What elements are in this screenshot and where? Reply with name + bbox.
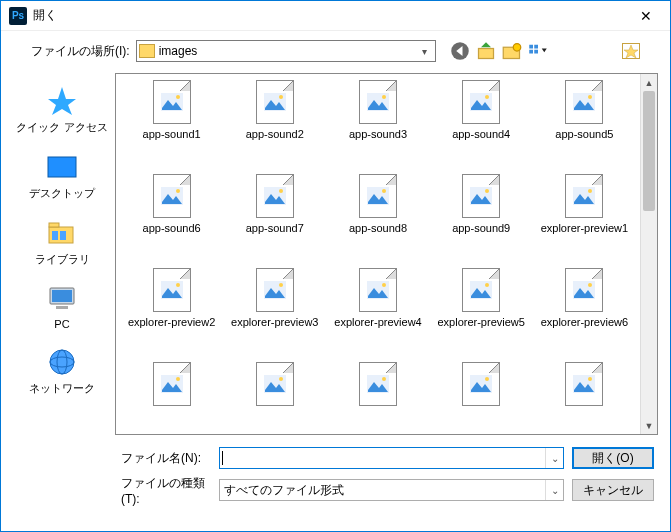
desktop-icon <box>46 151 78 183</box>
sidebar-network[interactable]: ネットワーク <box>9 340 115 406</box>
up-icon[interactable] <box>476 41 496 61</box>
file-item[interactable]: explorer-preview1 <box>534 172 634 266</box>
svg-rect-12 <box>60 231 66 240</box>
places-sidebar: クイック アクセス デスクトップ ライブラリ PC ネットワーク <box>9 73 115 435</box>
open-button[interactable]: 開く(O) <box>572 447 654 469</box>
image-file-icon <box>153 174 191 218</box>
scrollbar[interactable]: ▲ ▼ <box>640 74 657 434</box>
file-item[interactable]: app-sound4 <box>431 78 531 172</box>
file-label: app-sound3 <box>328 128 428 140</box>
file-item[interactable] <box>431 360 531 434</box>
file-item[interactable] <box>225 360 325 434</box>
svg-rect-10 <box>49 223 59 227</box>
svg-point-57 <box>382 283 386 287</box>
sidebar-desktop[interactable]: デスクトップ <box>9 145 115 211</box>
file-item[interactable]: explorer-preview6 <box>534 266 634 360</box>
image-file-icon <box>565 268 603 312</box>
image-file-icon <box>462 362 500 406</box>
svg-point-30 <box>485 95 489 99</box>
image-file-icon <box>153 268 191 312</box>
location-combo[interactable]: images ▾ <box>136 40 436 62</box>
image-file-icon <box>359 174 397 218</box>
svg-point-21 <box>176 95 180 99</box>
svg-point-27 <box>382 95 386 99</box>
file-label: app-sound4 <box>431 128 531 140</box>
file-item[interactable] <box>534 360 634 434</box>
location-label: ファイルの場所(I): <box>31 43 130 60</box>
chevron-down-icon[interactable]: ⌄ <box>545 480 563 500</box>
network-icon <box>46 346 78 378</box>
file-item[interactable]: app-sound6 <box>122 172 222 266</box>
file-label: explorer-preview1 <box>534 222 634 234</box>
view-menu-icon[interactable] <box>528 41 548 61</box>
scroll-down-icon[interactable]: ▼ <box>641 417 657 434</box>
file-item[interactable]: app-sound9 <box>431 172 531 266</box>
svg-rect-1 <box>478 49 493 59</box>
file-label: app-sound6 <box>122 222 222 234</box>
close-button[interactable]: ✕ <box>624 1 668 31</box>
new-folder-icon[interactable] <box>502 41 522 61</box>
image-file-icon <box>256 362 294 406</box>
file-label: app-sound8 <box>328 222 428 234</box>
svg-point-48 <box>588 189 592 193</box>
file-label: app-sound9 <box>431 222 531 234</box>
location-value: images <box>159 44 417 58</box>
file-item[interactable]: explorer-preview4 <box>328 266 428 360</box>
file-label: app-sound2 <box>225 128 325 140</box>
svg-rect-6 <box>529 50 533 54</box>
scroll-track[interactable] <box>641 91 657 417</box>
file-item[interactable]: app-sound5 <box>534 78 634 172</box>
file-label: explorer-preview2 <box>122 316 222 328</box>
image-file-icon <box>359 268 397 312</box>
file-label: explorer-preview6 <box>534 316 634 328</box>
svg-point-3 <box>513 44 521 52</box>
file-item[interactable]: explorer-preview5 <box>431 266 531 360</box>
image-file-icon <box>256 80 294 124</box>
file-list[interactable]: app-sound1app-sound2app-sound3app-sound4… <box>116 74 640 434</box>
image-file-icon <box>462 268 500 312</box>
svg-point-60 <box>485 283 489 287</box>
file-item[interactable]: explorer-preview2 <box>122 266 222 360</box>
filetype-combo[interactable]: すべてのファイル形式 ⌄ <box>219 479 564 501</box>
cancel-button[interactable]: キャンセル <box>572 479 654 501</box>
svg-rect-5 <box>534 45 538 49</box>
extra-icon[interactable] <box>622 43 640 59</box>
back-icon[interactable] <box>450 41 470 61</box>
svg-point-36 <box>176 189 180 193</box>
file-item[interactable]: app-sound2 <box>225 78 325 172</box>
file-item[interactable]: app-sound8 <box>328 172 428 266</box>
file-item[interactable]: explorer-preview3 <box>225 266 325 360</box>
svg-point-75 <box>485 377 489 381</box>
svg-rect-8 <box>48 157 76 177</box>
filename-input[interactable]: ⌄ <box>219 447 564 469</box>
image-file-icon <box>359 362 397 406</box>
file-item[interactable] <box>328 360 428 434</box>
scroll-up-icon[interactable]: ▲ <box>641 74 657 91</box>
file-label: explorer-preview4 <box>328 316 428 328</box>
sidebar-libraries[interactable]: ライブラリ <box>9 211 115 277</box>
file-item[interactable]: app-sound3 <box>328 78 428 172</box>
window-title: 開く <box>33 7 624 24</box>
svg-rect-14 <box>52 290 72 302</box>
filename-label: ファイル名(N): <box>121 450 211 467</box>
svg-rect-4 <box>529 45 533 49</box>
image-file-icon <box>359 80 397 124</box>
quick-access-icon <box>46 85 78 117</box>
image-file-icon <box>462 174 500 218</box>
file-item[interactable] <box>122 360 222 434</box>
chevron-down-icon[interactable]: ▾ <box>417 46 433 57</box>
filetype-label: ファイルの種類(T): <box>121 475 211 506</box>
svg-point-54 <box>279 283 283 287</box>
sidebar-pc[interactable]: PC <box>9 277 115 340</box>
svg-rect-11 <box>52 231 58 240</box>
svg-rect-15 <box>56 306 68 309</box>
scroll-thumb[interactable] <box>643 91 655 211</box>
svg-point-51 <box>176 283 180 287</box>
file-item[interactable]: app-sound1 <box>122 78 222 172</box>
pc-icon <box>46 283 78 315</box>
sidebar-quick-access[interactable]: クイック アクセス <box>9 79 115 145</box>
file-label: app-sound7 <box>225 222 325 234</box>
svg-point-33 <box>588 95 592 99</box>
file-item[interactable]: app-sound7 <box>225 172 325 266</box>
chevron-down-icon[interactable]: ⌄ <box>545 448 563 468</box>
